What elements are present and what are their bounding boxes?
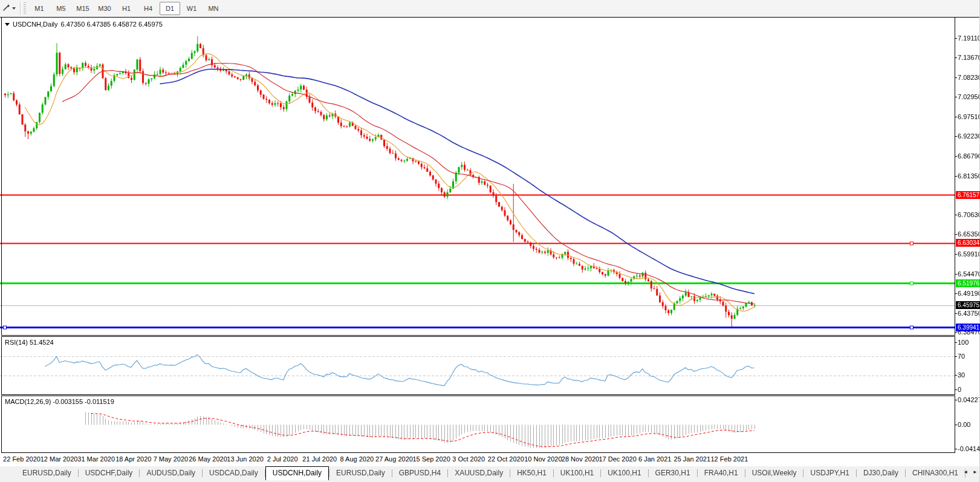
date-axis-label: 7 May 2020: [154, 455, 188, 463]
chart-tab-xauusd-daily[interactable]: XAUUSD,Daily: [448, 466, 510, 480]
price-tick-label: 7.08230: [958, 74, 980, 82]
timeframe-button-h4[interactable]: H4: [138, 2, 158, 15]
chart-tab-usoil-weekly[interactable]: USOil,Weekly: [745, 466, 803, 480]
chart-tab-strip: EURUSD,DailyUSDCHF,DailyAUDUSD,DailyUSDC…: [0, 466, 966, 480]
chart-window: USDCNH,Daily 6.47350 6.47385 6.45872 6.4…: [0, 17, 980, 467]
date-axis-label: 22 Feb 2020: [3, 455, 41, 463]
current-price-flag: 6.45975: [956, 301, 980, 309]
macd-indicator-canvas[interactable]: [0, 396, 955, 452]
price-tick-label: 6.70630: [958, 211, 980, 219]
macd-tick-label: 0.00: [958, 421, 970, 429]
chart-tab-usdcnh-daily[interactable]: USDCNH,Daily: [265, 466, 329, 480]
chart-tab-usdchf-daily[interactable]: USDCHF,Daily: [79, 466, 140, 480]
date-axis-label: 12 Mar 2020: [41, 455, 78, 463]
date-axis-label: 22 Oct 2020: [488, 455, 524, 463]
timeframe-button-group: M1M5M15M30H1H4D1W1MN: [28, 0, 224, 17]
date-axis-label: 17 Dec 2020: [599, 455, 636, 463]
hline-price-flag: 6.76157: [956, 191, 980, 199]
tab-scroll-left-icon[interactable]: ◄: [963, 469, 968, 475]
timeframe-button-h1[interactable]: H1: [116, 2, 137, 15]
chart-tab-eurusd-daily[interactable]: EURUSD,Daily: [329, 466, 392, 480]
symbol-name: USDCNH,Daily: [13, 21, 58, 28]
rsi-tick-label: 100: [958, 339, 969, 347]
price-tick-label: 7.19110: [958, 34, 980, 42]
date-axis-label: 21 Jul 2020: [302, 455, 337, 463]
price-chart-canvas[interactable]: [0, 18, 955, 335]
tab-scroll-right-icon[interactable]: ►: [973, 469, 978, 475]
toolbar-separator: [20, 2, 21, 15]
macd-pane-splitter[interactable]: [1, 394, 955, 396]
timeframe-button-w1[interactable]: W1: [181, 2, 202, 15]
macd-tick-label: -0.04148: [958, 445, 980, 453]
price-tick-label: 6.97510: [958, 113, 980, 121]
price-tick-label: 6.81350: [958, 172, 980, 180]
crosshair-pointer-icon: [2, 3, 10, 14]
price-tick-label: 6.92230: [958, 132, 980, 140]
chart-tab-bar: EURUSD,DailyUSDCHF,DailyAUDUSD,DailyUSDC…: [0, 466, 980, 482]
date-axis-label: 6 Jan 2021: [638, 455, 671, 463]
rsi-indicator-canvas[interactable]: [0, 337, 955, 394]
price-tick-label: 7.02950: [958, 93, 980, 101]
chevron-down-icon: [12, 7, 16, 10]
price-tick-label: 6.59910: [958, 250, 980, 258]
plot-left-border: [1, 18, 2, 453]
date-axis-label: 25 Jan 2021: [674, 455, 711, 463]
timeframe-button-m5[interactable]: M5: [51, 2, 71, 15]
hline-price-flag: 6.51976: [956, 279, 980, 287]
date-axis[interactable]: 22 Feb 202012 Mar 202031 Mar 202018 Apr …: [0, 453, 980, 466]
hline-price-flag: 6.39941: [956, 324, 980, 331]
timeframe-button-d1[interactable]: D1: [160, 2, 180, 15]
price-tick-label: 6.49190: [958, 290, 980, 298]
rsi-tick-label: 30: [958, 371, 965, 379]
symbol-dropdown-icon[interactable]: [5, 23, 10, 26]
date-axis-label: 28 Nov 2020: [562, 455, 599, 463]
toolbar-grip-handle[interactable]: [24, 2, 26, 15]
date-axis-label: 3 Oct 2020: [452, 455, 485, 463]
price-tick-label: 6.65350: [958, 230, 980, 238]
date-axis-label: 2 Jul 2020: [267, 455, 298, 463]
price-scale[interactable]: 7.191107.136707.082307.029506.975106.922…: [955, 18, 980, 467]
rsi-pane-splitter[interactable]: [1, 335, 955, 337]
top-toolbar: M1M5M15M30H1H4D1W1MN: [0, 0, 980, 17]
chart-tab-hk50-h1[interactable]: HK50,H1: [510, 466, 553, 480]
price-tick-label: 6.86790: [958, 152, 980, 160]
timeframe-button-mn[interactable]: MN: [203, 2, 224, 15]
timeframe-button-m30[interactable]: M30: [94, 2, 115, 15]
timeframe-button-m15[interactable]: M15: [73, 2, 93, 15]
date-axis-label: 15 Sep 2020: [412, 455, 450, 463]
rsi-tick-label: 0: [958, 386, 961, 394]
date-axis-label: 27 Aug 2020: [375, 455, 413, 463]
chart-title: USDCNH,Daily 6.47350 6.47385 6.45872 6.4…: [5, 21, 163, 28]
date-axis-label: 8 Aug 2020: [340, 455, 374, 463]
chart-tab-uk100-h1[interactable]: UK100,H1: [601, 466, 647, 480]
chart-tab-usdjpy-h1[interactable]: USDJPY,H1: [803, 466, 855, 480]
tab-scroll-controls: ◄ ►: [963, 469, 978, 475]
price-tick-label: 7.13670: [958, 54, 980, 62]
chart-tab-china300-h1[interactable]: CHINA300,H1: [906, 466, 965, 480]
chart-tab-ger30-h1[interactable]: GER30,H1: [649, 466, 697, 480]
macd-pane-title: MACD(12,26,9) -0.003155 -0.011519: [5, 398, 114, 405]
chart-tab-fra40-h1[interactable]: FRA40,H1: [698, 466, 745, 480]
price-tick-label: 6.43750: [958, 310, 980, 318]
ohlc-values: 6.47350 6.47385 6.45872 6.45975: [61, 21, 163, 28]
date-axis-label: 26 May 2020: [189, 455, 227, 463]
rsi-tick-label: 70: [958, 353, 965, 360]
chart-tab-eurusd-daily[interactable]: EURUSD,Daily: [16, 466, 78, 480]
date-axis-label: 31 Mar 2020: [77, 455, 115, 463]
drawing-tool-group: [0, 0, 18, 17]
date-axis-label: 18 Apr 2020: [115, 455, 151, 463]
chart-tab-audusd-daily[interactable]: AUDUSD,Daily: [140, 466, 202, 480]
chart-tab-gbpusd-h4[interactable]: GBPUSD,H4: [392, 466, 447, 480]
drawing-tool-button[interactable]: [0, 2, 18, 15]
chart-tab-dj30-daily[interactable]: DJ30,Daily: [857, 466, 905, 480]
hline-price-flag: 6.63034: [956, 239, 980, 247]
timeframe-button-m1[interactable]: M1: [29, 2, 50, 15]
chart-tab-uk100-h1[interactable]: UK100,H1: [554, 466, 600, 480]
price-tick-label: 6.54470: [958, 270, 980, 278]
date-axis-label: 10 Nov 2020: [524, 455, 562, 463]
macd-tick-label: 0.042275: [958, 396, 980, 404]
chart-tab-usdcad-daily[interactable]: USDCAD,Daily: [203, 466, 265, 480]
date-axis-label: 13 Jun 2020: [227, 455, 264, 463]
rsi-pane-title: RSI(14) 51.4524: [5, 339, 54, 346]
date-axis-label: 12 Feb 2021: [711, 455, 748, 463]
